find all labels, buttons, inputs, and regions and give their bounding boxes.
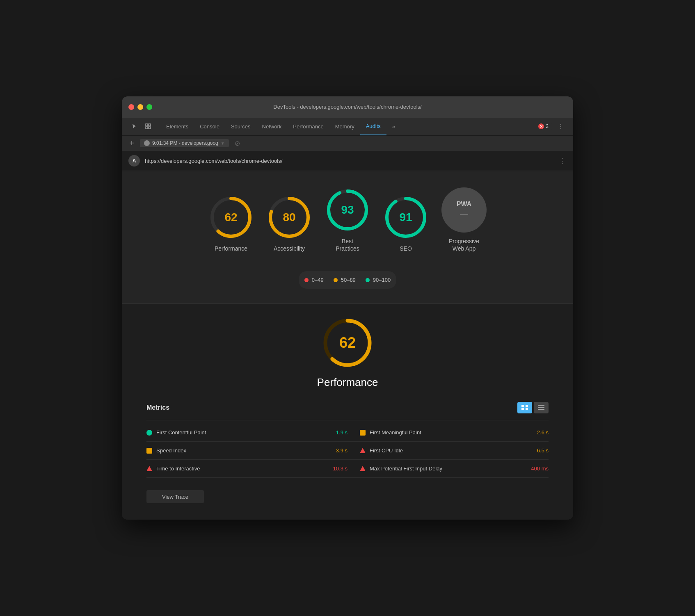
devtools-toolbar: Elements Console Sources Network Perform…	[122, 118, 573, 136]
score-value-seo: 91	[399, 211, 412, 224]
tab-network[interactable]: Network	[256, 117, 288, 135]
legend-bar: 0–49 50–89 90–100	[299, 271, 396, 289]
bottom-partial: View Trace	[134, 486, 561, 507]
performance-section: 62 Performance Metrics	[122, 303, 573, 520]
metric-name-fcp: First Contentful Paint	[156, 429, 332, 436]
perf-title: Performance	[317, 376, 378, 389]
lighthouse-url: https://developers.google.com/web/tools/…	[145, 158, 282, 164]
score-label-best-practices: BestPractices	[336, 237, 359, 252]
metric-time-to-interactive: Time to Interactive 10.3 s	[146, 460, 348, 478]
score-item-seo[interactable]: 91 SEO	[383, 195, 428, 252]
score-item-pwa[interactable]: PWA — ProgressiveWeb App	[441, 187, 487, 252]
metric-icon-fcp	[146, 430, 152, 436]
score-item-performance[interactable]: 62 Performance	[208, 195, 254, 252]
metric-first-meaningful-paint: First Meaningful Paint 2.6 s	[348, 424, 549, 442]
metric-name-si: Speed Index	[156, 447, 332, 454]
legend-item-90-100: 90–100	[366, 277, 391, 283]
toolbar-right: ✕ 2 ⋮	[535, 121, 570, 132]
inspect-icon[interactable]	[142, 121, 154, 132]
score-circle-seo: 91	[383, 195, 428, 240]
window-title: DevTools - developers.google.com/web/too…	[273, 104, 421, 110]
lighthouse-more-icon[interactable]: ⋮	[559, 156, 567, 165]
tab-performance[interactable]: Performance	[287, 117, 329, 135]
legend-item-0-49: 0–49	[304, 277, 324, 283]
metric-value-tti: 10.3 s	[333, 465, 348, 472]
svg-rect-17	[526, 408, 528, 410]
pwa-text: PWA	[457, 201, 471, 208]
metric-value-si: 3.9 s	[336, 447, 348, 454]
metric-value-fci: 6.5 s	[537, 447, 549, 454]
more-menu-icon[interactable]: ⋮	[555, 121, 567, 132]
svg-rect-18	[538, 405, 544, 406]
metric-icon-si	[146, 448, 152, 454]
address-text: 9:01:34 PM - developers.goog	[152, 140, 218, 146]
toolbar-icons	[125, 121, 157, 132]
legend-item-50-89: 50–89	[334, 277, 356, 283]
list-icon	[538, 404, 544, 411]
legend-dot-red	[304, 278, 309, 282]
favicon	[144, 140, 150, 146]
svg-rect-16	[521, 408, 524, 410]
pwa-circle: PWA —	[441, 187, 487, 233]
score-overview: 62 Performance 80 Accessibility	[122, 171, 573, 260]
tab-memory[interactable]: Memory	[329, 117, 360, 135]
svg-rect-19	[538, 407, 544, 408]
maximize-button[interactable]	[146, 104, 152, 110]
main-content: 62 Performance 80 Accessibility	[122, 171, 573, 520]
svg-rect-0	[146, 124, 148, 126]
tab-console[interactable]: Console	[194, 117, 225, 135]
metrics-section: Metrics	[134, 402, 561, 486]
metric-max-fid: Max Potential First Input Delay 400 ms	[348, 460, 549, 478]
metric-icon-fci	[360, 448, 366, 453]
perf-score-center: 62 Performance	[134, 316, 561, 389]
svg-rect-14	[521, 405, 524, 407]
metric-first-contentful-paint: First Contentful Paint 1.9 s	[146, 424, 348, 442]
score-label-seo: SEO	[400, 245, 412, 252]
view-trace-button[interactable]: View Trace	[146, 490, 204, 503]
score-label-accessibility: Accessibility	[274, 245, 305, 252]
add-tab-button[interactable]: +	[127, 139, 137, 148]
svg-rect-3	[149, 127, 151, 129]
metric-value-fcp: 1.9 s	[336, 429, 348, 436]
metric-name-fmp: First Meaningful Paint	[370, 429, 533, 436]
score-item-best-practices[interactable]: 93 BestPractices	[325, 187, 370, 252]
tab-sources[interactable]: Sources	[225, 117, 256, 135]
metric-name-fid: Max Potential First Input Delay	[370, 465, 527, 472]
metric-icon-fid	[360, 466, 366, 471]
dropdown-arrow: ▼	[221, 141, 225, 146]
error-icon: ✕	[538, 123, 544, 129]
metric-name-fci: First CPU Idle	[370, 447, 533, 454]
legend-dot-orange	[334, 278, 338, 282]
metric-icon-tti	[146, 466, 152, 471]
tab-more[interactable]: »	[386, 117, 401, 135]
score-value-accessibility: 80	[283, 211, 295, 224]
metrics-header: Metrics	[146, 402, 549, 413]
lighthouse-logo: A	[128, 155, 140, 167]
tab-audits[interactable]: Audits	[360, 117, 386, 135]
toggle-grid-button[interactable]	[517, 402, 532, 413]
browser-window: DevTools - developers.google.com/web/too…	[122, 96, 573, 520]
metric-first-cpu-idle: First CPU Idle 6.5 s	[348, 442, 549, 460]
title-bar: DevTools - developers.google.com/web/too…	[122, 96, 573, 118]
tab-elements[interactable]: Elements	[160, 117, 194, 135]
metrics-divider	[146, 420, 549, 420]
svg-rect-1	[149, 124, 151, 126]
minimize-button[interactable]	[137, 104, 143, 110]
score-item-accessibility[interactable]: 80 Accessibility	[267, 195, 312, 252]
error-badge[interactable]: ✕ 2	[535, 123, 552, 130]
close-button[interactable]	[128, 104, 134, 110]
metrics-grid: First Contentful Paint 1.9 s First Meani…	[146, 424, 549, 478]
score-value-best-practices: 93	[341, 203, 354, 217]
cursor-icon[interactable]	[128, 121, 140, 132]
legend-dot-green	[366, 278, 370, 282]
lighthouse-header: A https://developers.google.com/web/tool…	[122, 151, 573, 171]
score-circle-performance: 62	[208, 195, 254, 240]
toggle-list-button[interactable]	[534, 402, 549, 413]
metric-name-tti: Time to Interactive	[156, 465, 329, 472]
metric-value-fmp: 2.6 s	[537, 429, 549, 436]
address-bar-row: + 9:01:34 PM - developers.goog ▼ ⊘	[122, 136, 573, 151]
address-tab[interactable]: 9:01:34 PM - developers.goog ▼	[140, 139, 229, 147]
metric-icon-fmp	[360, 430, 366, 436]
score-label-performance: Performance	[215, 245, 247, 252]
metric-value-fid: 400 ms	[531, 465, 549, 472]
